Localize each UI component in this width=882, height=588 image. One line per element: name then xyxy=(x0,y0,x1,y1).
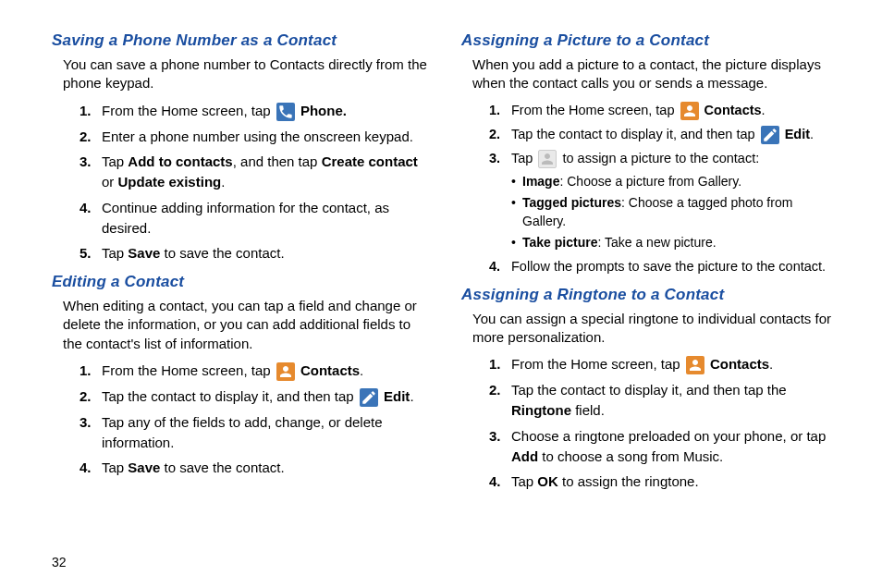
sub-item: Image: Choose a picture from Gallery. xyxy=(511,172,838,190)
contacts-icon xyxy=(276,362,295,381)
text: to save the contact. xyxy=(160,245,284,261)
text: From the Home screen, tap xyxy=(511,103,679,117)
text: Tap the contact to display it, and then … xyxy=(511,127,759,141)
text: . xyxy=(360,362,363,378)
text: : Choose a picture from Gallery. xyxy=(559,174,741,189)
steps-assign-picture: From the Home screen, tap Contacts. Tap … xyxy=(489,101,838,276)
text-bold: Phone. xyxy=(300,103,347,118)
text: Tap xyxy=(511,473,537,489)
intro-edit-contact: When editing a contact, you can tap a fi… xyxy=(63,297,428,353)
text: Tap the contact to display it, and then … xyxy=(102,388,358,404)
step: Continue adding information for the cont… xyxy=(80,198,428,239)
text: . xyxy=(769,356,773,372)
sublist: Image: Choose a picture from Gallery. Ta… xyxy=(511,172,838,252)
step: From the Home screen, tap Contacts. xyxy=(489,354,838,374)
text: . xyxy=(221,174,225,190)
heading-assign-ringtone: Assigning a Ringtone to a Contact xyxy=(461,286,838,304)
text: . xyxy=(810,127,814,141)
text: From the Home screen, tap xyxy=(102,362,275,378)
text: Tap the contact to display it, and then … xyxy=(511,382,787,398)
text: Tap xyxy=(102,459,128,475)
intro-save-phone: You can save a phone number to Contacts … xyxy=(63,55,428,93)
text: . xyxy=(762,103,766,117)
text-bold: Contacts xyxy=(704,103,762,117)
text: , and then tap xyxy=(233,153,322,169)
text-bold: OK xyxy=(537,473,558,489)
contacts-icon xyxy=(680,102,699,120)
step: Tap Save to save the contact. xyxy=(80,243,428,263)
intro-assign-picture: When you add a picture to a contact, the… xyxy=(472,55,838,93)
sub-item: Tagged pictures: Choose a tagged photo f… xyxy=(511,193,838,231)
text-bold: Tagged pictures xyxy=(522,195,621,210)
heading-assign-picture: Assigning a Picture to a Contact xyxy=(461,31,838,50)
left-column: Saving a Phone Number as a Contact You c… xyxy=(52,31,428,544)
steps-save-phone: From the Home screen, tap Phone. Enter a… xyxy=(80,101,428,264)
text-bold: Create contact xyxy=(322,153,418,169)
step: Tap the contact to display it, and then … xyxy=(489,125,838,144)
step: Tap Add to contacts, and then tap Create… xyxy=(80,152,428,192)
step: From the Home screen, tap Contacts. xyxy=(489,101,838,120)
heading-edit-contact: Editing a Contact xyxy=(52,273,428,291)
text: or xyxy=(102,174,118,190)
text: Choose a ringtone preloaded on your phon… xyxy=(511,428,826,444)
step: Enter a phone number using the onscreen … xyxy=(80,127,428,147)
step: Tap OK to assign the ringtone. xyxy=(489,472,838,492)
edit-icon xyxy=(761,126,779,144)
intro-assign-ringtone: You can assign a special ringtone to ind… xyxy=(472,310,838,348)
text: to save the contact. xyxy=(160,459,284,475)
text-bold: Add to contacts xyxy=(128,153,232,169)
text-bold: Update existing xyxy=(118,174,222,190)
step: From the Home screen, tap Phone. xyxy=(80,101,428,121)
text-bold: Save xyxy=(128,459,160,475)
sub-item: Take picture: Take a new picture. xyxy=(511,233,838,251)
steps-edit-contact: From the Home screen, tap Contacts. Tap … xyxy=(80,361,428,478)
phone-icon xyxy=(276,103,295,121)
text: . xyxy=(410,388,413,404)
page-columns: Saving a Phone Number as a Contact You c… xyxy=(52,31,838,544)
step: Tap any of the fields to add, change, or… xyxy=(80,412,428,453)
text: Tap xyxy=(102,153,128,169)
text: From the Home screen, tap xyxy=(102,103,275,118)
text: field. xyxy=(571,402,605,418)
text: to assign the ringtone. xyxy=(558,473,699,489)
text-bold: Take picture xyxy=(522,235,597,250)
silhouette-icon xyxy=(538,150,557,168)
step: From the Home screen, tap Contacts. xyxy=(80,361,428,381)
text: From the Home screen, tap xyxy=(511,356,684,372)
text-bold: Contacts xyxy=(710,356,769,372)
text-bold: Contacts xyxy=(300,362,360,378)
step: Tap the contact to display it, and then … xyxy=(489,380,838,421)
text-bold: Add xyxy=(511,448,538,464)
steps-assign-ringtone: From the Home screen, tap Contacts. Tap … xyxy=(489,354,838,492)
text: to choose a song from Music. xyxy=(538,448,723,464)
step: Follow the prompts to save the picture t… xyxy=(489,257,838,276)
step: Choose a ringtone preloaded on your phon… xyxy=(489,426,838,467)
text: : Take a new picture. xyxy=(597,235,716,250)
contacts-icon xyxy=(686,356,704,374)
text-bold: Ringtone xyxy=(511,402,571,418)
step: Tap Save to save the contact. xyxy=(80,458,428,478)
text-bold: Save xyxy=(128,245,160,261)
heading-save-phone: Saving a Phone Number as a Contact xyxy=(52,31,428,50)
text-bold: Image xyxy=(522,174,559,189)
step: Tap to assign a picture to the contact: … xyxy=(489,149,838,252)
text: Tap xyxy=(511,151,536,165)
edit-icon xyxy=(360,388,378,407)
text: to assign a picture to the contact: xyxy=(562,151,759,165)
page-number: 32 xyxy=(52,544,838,570)
text-bold: Edit xyxy=(785,127,810,141)
text-bold: Edit xyxy=(384,388,410,404)
right-column: Assigning a Picture to a Contact When yo… xyxy=(461,31,838,544)
text: Tap xyxy=(102,245,128,261)
step: Tap the contact to display it, and then … xyxy=(80,386,428,407)
